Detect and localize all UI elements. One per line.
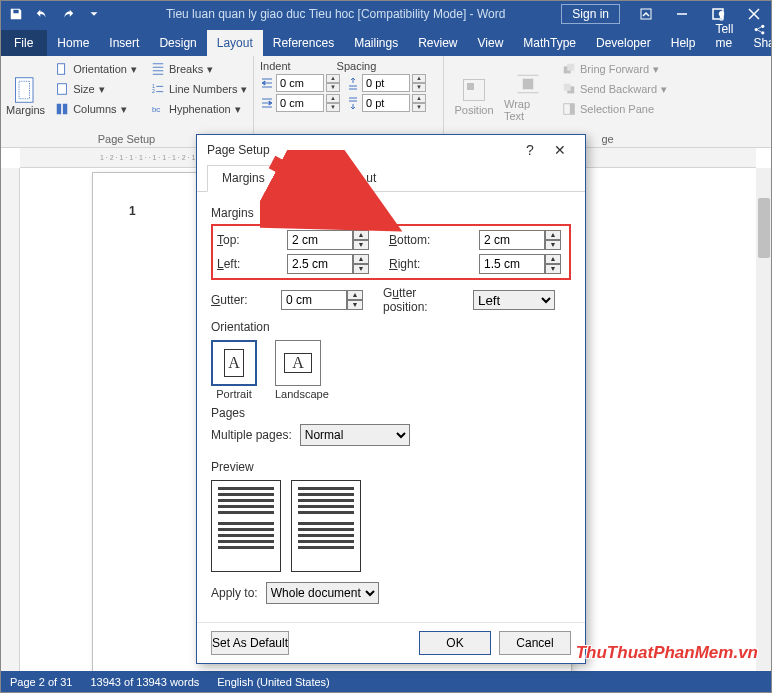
bottom-field[interactable]: ▲▼ <box>479 230 571 250</box>
indent-right-icon <box>260 96 274 110</box>
right-field[interactable]: ▲▼ <box>479 254 571 274</box>
spacing-after-field[interactable]: ▲▼ <box>346 94 426 112</box>
dialog-tab-margins[interactable]: Margins <box>207 165 280 192</box>
breaks-button[interactable]: Breaks ▾ <box>147 60 251 78</box>
svg-rect-25 <box>570 104 574 115</box>
redo-icon[interactable] <box>56 2 80 26</box>
indent-left-icon <box>260 76 274 90</box>
svg-rect-13 <box>63 104 67 115</box>
ok-button[interactable]: OK <box>419 631 491 655</box>
page-setup-dialog: Page Setup ? ✕ Margins Paper L ut Margin… <box>196 134 586 664</box>
vertical-ruler[interactable] <box>0 168 20 671</box>
left-field[interactable]: ▲▼ <box>287 254 379 274</box>
landscape-option[interactable]: A Landscape <box>275 340 329 400</box>
svg-text:bc: bc <box>152 105 160 114</box>
hyphenation-button[interactable]: bcHyphenation ▾ <box>147 100 251 118</box>
multiple-pages-select[interactable]: Normal <box>300 424 410 446</box>
minimize-icon[interactable] <box>664 0 700 28</box>
sign-in-button[interactable]: Sign in <box>561 4 620 24</box>
preview-section-label: Preview <box>211 460 571 474</box>
qat-dropdown-icon[interactable] <box>82 2 106 26</box>
tab-references[interactable]: References <box>263 30 344 56</box>
ribbon-options-icon[interactable] <box>628 0 664 28</box>
size-button[interactable]: Size ▾ <box>51 80 141 98</box>
portrait-icon: A <box>211 340 257 386</box>
dialog-help-icon[interactable]: ? <box>515 142 545 158</box>
scrollbar-thumb[interactable] <box>758 198 770 258</box>
vertical-scrollbar[interactable] <box>756 168 772 671</box>
svg-rect-23 <box>564 84 571 91</box>
svg-rect-18 <box>467 83 474 90</box>
columns-button[interactable]: Columns ▾ <box>51 100 141 118</box>
send-backward-button: Send Backward ▾ <box>558 80 671 98</box>
gutter-position-select[interactable]: Left <box>473 290 555 310</box>
svg-rect-19 <box>523 78 534 89</box>
tab-view[interactable]: View <box>468 30 514 56</box>
line-numbers-button[interactable]: 12Line Numbers ▾ <box>147 80 251 98</box>
spacing-label: Spacing <box>337 60 377 72</box>
wrap-text-button: Wrap Text <box>504 60 552 131</box>
orientation-button[interactable]: Orientation ▾ <box>51 60 141 78</box>
top-label: Top: <box>217 233 277 247</box>
multiple-pages-label: Multiple pages: <box>211 428 292 442</box>
cancel-button[interactable]: Cancel <box>499 631 571 655</box>
spacing-before-icon <box>346 76 360 90</box>
dialog-titlebar: Page Setup ? ✕ <box>197 135 585 165</box>
set-as-default-button[interactable]: Set As Default <box>211 631 289 655</box>
share-button[interactable]: Share <box>743 16 772 56</box>
indent-left-field[interactable]: ▲▼ <box>260 74 340 92</box>
tab-developer[interactable]: Developer <box>586 30 661 56</box>
gutter-position-label: Gutter position: <box>383 286 463 314</box>
tab-home[interactable]: Home <box>47 30 99 56</box>
svg-rect-10 <box>58 64 65 75</box>
apply-to-select[interactable]: Whole document <box>266 582 379 604</box>
spacing-before-field[interactable]: ▲▼ <box>346 74 426 92</box>
svg-rect-21 <box>567 64 574 71</box>
undo-icon[interactable] <box>30 2 54 26</box>
preview-page-icon <box>291 480 361 572</box>
status-language[interactable]: English (United States) <box>217 676 330 688</box>
document-title: Tieu luan quan ly giao duc Tieu hoc [Com… <box>110 7 561 21</box>
tab-review[interactable]: Review <box>408 30 467 56</box>
margins-highlight: Top: ▲▼ Bottom: ▲▼ Left: ▲▼ Right: ▲▼ <box>211 224 571 280</box>
margins-section-label: Margins <box>211 206 571 220</box>
status-words[interactable]: 13943 of 13943 words <box>90 676 199 688</box>
tab-design[interactable]: Design <box>149 30 206 56</box>
gutter-field[interactable]: ▲▼ <box>281 290 373 310</box>
spacing-after-icon <box>346 96 360 110</box>
bring-forward-button: Bring Forward ▾ <box>558 60 671 78</box>
gutter-label: Gutter: <box>211 293 271 307</box>
titlebar: Tieu luan quan ly giao duc Tieu hoc [Com… <box>0 0 772 28</box>
dialog-close-icon[interactable]: ✕ <box>545 142 575 158</box>
right-label: Right: <box>389 257 469 271</box>
statusbar: Page 2 of 31 13943 of 13943 words Englis… <box>0 671 772 693</box>
tab-file[interactable]: File <box>0 30 47 56</box>
save-icon[interactable] <box>4 2 28 26</box>
svg-text:2: 2 <box>152 88 155 94</box>
svg-point-6 <box>755 28 758 31</box>
preview-area <box>211 480 571 572</box>
tab-insert[interactable]: Insert <box>99 30 149 56</box>
status-page[interactable]: Page 2 of 31 <box>10 676 72 688</box>
left-label: Left: <box>217 257 277 271</box>
landscape-icon: A <box>275 340 321 386</box>
tab-layout[interactable]: Layout <box>207 30 263 56</box>
margins-button[interactable]: Margins <box>6 60 45 131</box>
dialog-tab-layout[interactable]: L ut <box>342 165 392 191</box>
indent-right-field[interactable]: ▲▼ <box>260 94 340 112</box>
portrait-option[interactable]: A Portrait <box>211 340 257 400</box>
tab-tellme[interactable]: Tell me <box>705 2 743 56</box>
indent-label: Indent <box>260 60 291 72</box>
preview-page-icon <box>211 480 281 572</box>
ribbon-tabbar: File Home Insert Design Layout Reference… <box>0 28 772 56</box>
top-field[interactable]: ▲▼ <box>287 230 379 250</box>
dialog-tab-paper[interactable]: Paper <box>280 165 342 191</box>
tab-mailings[interactable]: Mailings <box>344 30 408 56</box>
share-icon <box>753 22 769 36</box>
position-button: Position <box>450 60 498 131</box>
lightbulb-icon <box>715 8 731 22</box>
tab-mathtype[interactable]: MathType <box>513 30 586 56</box>
pages-section-label: Pages <box>211 406 571 420</box>
tab-help[interactable]: Help <box>661 30 706 56</box>
svg-rect-12 <box>57 104 61 115</box>
